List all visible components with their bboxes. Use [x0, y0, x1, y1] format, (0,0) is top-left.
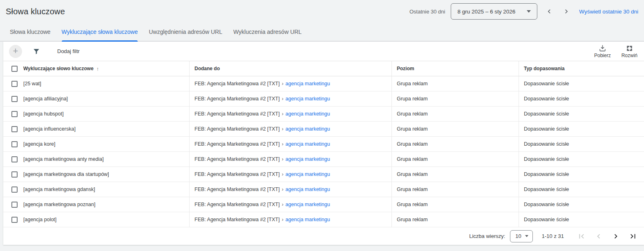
download-label: Pobierz	[594, 53, 611, 58]
date-preset-label: Ostatnie 30 dni	[409, 9, 445, 15]
breadcrumb-separator: ›	[282, 141, 283, 147]
tab-negative-keywords[interactable]: Wykluczające słowa kluczowe	[62, 23, 138, 41]
level-cell: Grupa reklam	[391, 76, 519, 91]
row-checkbox[interactable]	[11, 187, 18, 193]
ad-group-link[interactable]: agencja marketingu	[286, 217, 330, 222]
rows-per-page-label: Liczba wierszy:	[469, 233, 505, 239]
show-last-30-days-link[interactable]: Wyświetl ostatnie 30 dni	[579, 9, 638, 15]
added-to-campaign-text: FEB: Agencja Marketingowa #2 [TXT]	[195, 202, 280, 207]
match-type-cell: Dopasowanie ścisłe	[519, 197, 644, 212]
download-icon	[599, 44, 606, 52]
negative-keyword-cell: [agencja influencerska]	[23, 126, 76, 132]
previous-page-button[interactable]	[590, 228, 607, 245]
tab-label: Wykluczające słowa kluczowe	[62, 29, 138, 35]
table-toolbar: + Dodaj filtr Pobierz Rozwiń	[3, 42, 644, 61]
tab-url-exclusions[interactable]: Wykluczenia adresów URL	[233, 23, 302, 41]
table-row: [agencja marketingowa gdansk] FEB: Agenc…	[3, 182, 644, 197]
date-prev-button[interactable]	[541, 3, 558, 20]
breadcrumb-separator: ›	[282, 81, 283, 87]
row-checkbox[interactable]	[11, 141, 18, 147]
ad-group-link[interactable]: agencja marketingu	[286, 202, 330, 207]
table-row: [agencja marketingowa anty media] FEB: A…	[3, 152, 644, 167]
breadcrumb-separator: ›	[282, 171, 283, 177]
row-checkbox[interactable]	[11, 202, 18, 208]
match-type-cell: Dopasowanie ścisłe	[519, 107, 644, 121]
breadcrumb-separator: ›	[282, 187, 283, 192]
rows-per-page-select[interactable]: 10	[510, 230, 532, 242]
last-page-icon	[628, 232, 637, 241]
added-to-campaign-text: FEB: Agencja Marketingowa #2 [TXT]	[195, 187, 280, 192]
row-checkbox[interactable]	[11, 156, 18, 162]
negative-keyword-cell: [agencja polot]	[23, 217, 56, 222]
added-to-campaign-text: FEB: Agencja Marketingowa #2 [TXT]	[195, 96, 280, 102]
first-page-button[interactable]	[573, 228, 590, 245]
toolbar-actions: Pobierz Rozwiń	[594, 44, 637, 58]
level-cell: Grupa reklam	[391, 122, 519, 136]
ad-group-link[interactable]: agencja marketingu	[286, 96, 330, 102]
ad-group-link[interactable]: agencja marketingu	[286, 81, 330, 87]
row-checkbox[interactable]	[11, 126, 18, 132]
negative-keyword-cell: [25 wat]	[23, 81, 41, 87]
chevron-left-icon	[545, 7, 553, 16]
column-header-match-type[interactable]: Typ dopasowania	[519, 61, 644, 76]
match-type-cell: Dopasowanie ścisłe	[519, 212, 644, 227]
tab-url-inclusions[interactable]: Uwzględnienia adresów URL	[149, 23, 222, 41]
breadcrumb-separator: ›	[282, 96, 283, 102]
level-cell: Grupa reklam	[391, 182, 519, 197]
table-header-row: Wykluczające słowo kluczowe ↑ Dodane do …	[3, 61, 644, 76]
table-row: [agencja afiliacyjna] FEB: Agencja Marke…	[3, 91, 644, 107]
ad-group-link[interactable]: agencja marketingu	[286, 111, 330, 117]
page-title: Słowa kluczowe	[6, 7, 65, 16]
match-type-cell: Dopasowanie ścisłe	[519, 122, 644, 136]
negative-keyword-cell: [agencja marketingowa gdansk]	[23, 187, 95, 192]
expand-label: Rozwiń	[622, 53, 637, 58]
row-checkbox[interactable]	[11, 217, 18, 223]
table-footer: Liczba wierszy: 10 1-10 z 31	[3, 227, 644, 245]
table-row: [25 wat] FEB: Agencja Marketingowa #2 [T…	[3, 76, 644, 91]
row-checkbox[interactable]	[11, 171, 18, 178]
tab-label: Uwzględnienia adresów URL	[149, 29, 222, 35]
filter-button[interactable]	[33, 48, 40, 55]
row-checkbox[interactable]	[11, 96, 18, 102]
match-type-cell: Dopasowanie ścisłe	[519, 137, 644, 151]
row-checkbox[interactable]	[11, 111, 18, 117]
column-header-added-to[interactable]: Dodane do	[189, 61, 391, 76]
column-header-level[interactable]: Poziom	[391, 61, 519, 76]
date-controls: Ostatnie 30 dni 8 gru 2025 – 6 sty 2026 …	[409, 3, 638, 20]
match-type-cell: Dopasowanie ścisłe	[519, 182, 644, 197]
added-to-campaign-text: FEB: Agencja Marketingowa #2 [TXT]	[195, 111, 280, 117]
expand-button[interactable]: Rozwiń	[622, 44, 637, 58]
breadcrumb-separator: ›	[282, 217, 283, 222]
ad-group-link[interactable]: agencja marketingu	[286, 141, 330, 147]
ad-group-link[interactable]: agencja marketingu	[286, 187, 330, 192]
negative-keyword-cell: [agencja marketingowa anty media]	[23, 156, 104, 162]
level-cell: Grupa reklam	[391, 152, 519, 167]
expand-icon	[626, 44, 633, 52]
date-next-button[interactable]	[558, 3, 575, 20]
last-page-button[interactable]	[624, 228, 642, 245]
ad-group-link[interactable]: agencja marketingu	[286, 156, 330, 162]
ad-group-link[interactable]: agencja marketingu	[286, 171, 330, 177]
dropdown-caret-icon	[527, 10, 531, 13]
chevron-left-icon	[594, 232, 603, 241]
rows-per-page-value: 10	[515, 233, 521, 239]
add-filter-button[interactable]: Dodaj filtr	[57, 48, 80, 54]
sort-ascending-icon[interactable]: ↑	[96, 66, 99, 72]
row-checkbox[interactable]	[11, 81, 18, 87]
select-all-checkbox[interactable]	[11, 66, 18, 72]
header: Słowa kluczowe Ostatnie 30 dni 8 gru 202…	[0, 0, 644, 23]
level-cell: Grupa reklam	[391, 137, 519, 151]
tab-keywords[interactable]: Słowa kluczowe	[10, 23, 51, 41]
date-range-select[interactable]: 8 gru 2025 – 6 sty 2026	[451, 3, 537, 20]
chevron-right-icon	[611, 232, 620, 241]
download-button[interactable]: Pobierz	[594, 44, 611, 58]
column-header-negative-keyword[interactable]: Wykluczające słowo kluczowe	[23, 66, 94, 71]
next-page-button[interactable]	[607, 228, 624, 245]
ad-group-link[interactable]: agencja marketingu	[286, 126, 330, 132]
match-type-cell: Dopasowanie ścisłe	[519, 167, 644, 182]
breadcrumb-separator: ›	[282, 202, 283, 207]
add-negative-keyword-button[interactable]: +	[9, 45, 22, 58]
chevron-right-icon	[562, 7, 570, 16]
negative-keyword-cell: [agencja marketingowa poznan]	[23, 202, 96, 207]
match-type-cell: Dopasowanie ścisłe	[519, 152, 644, 167]
